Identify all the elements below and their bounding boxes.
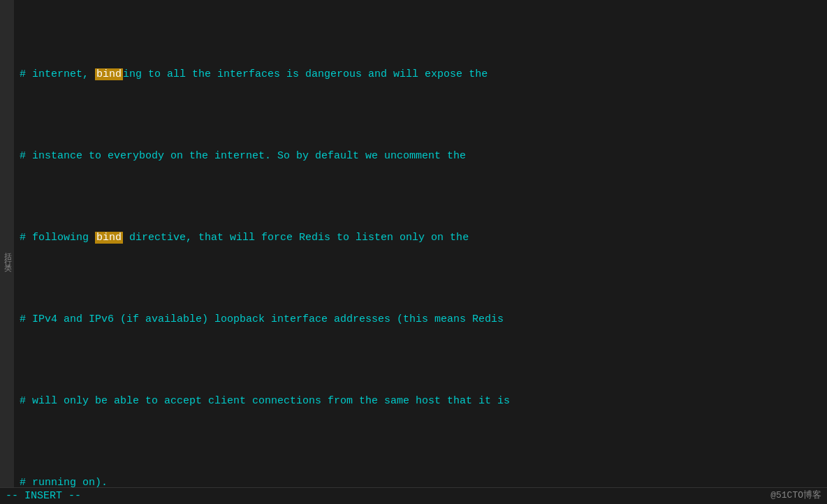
code-area: # internet, binding to all the interface… (14, 0, 827, 504)
code-line-1: # internet, binding to all the interface… (20, 66, 821, 83)
highlight-bind-1: bind (95, 68, 123, 80)
highlight-bind-3: bind (95, 232, 123, 244)
left-sidebar: 括 行 类 (0, 0, 14, 504)
code-line-3: # following bind directive, that will fo… (20, 230, 821, 246)
insert-mode-label: -- INSERT -- (6, 490, 81, 502)
editor-container: 括 行 类 # internet, binding to all the int… (0, 0, 827, 504)
code-line-5: # will only be able to accept client con… (20, 393, 821, 410)
code-line-2: # instance to everybody on the internet.… (20, 148, 821, 165)
code-line-4: # IPv4 and IPv6 (if available) loopback … (20, 311, 821, 328)
watermark: @51CTO博客 (770, 489, 821, 501)
status-bar: -- INSERT -- (0, 487, 827, 504)
